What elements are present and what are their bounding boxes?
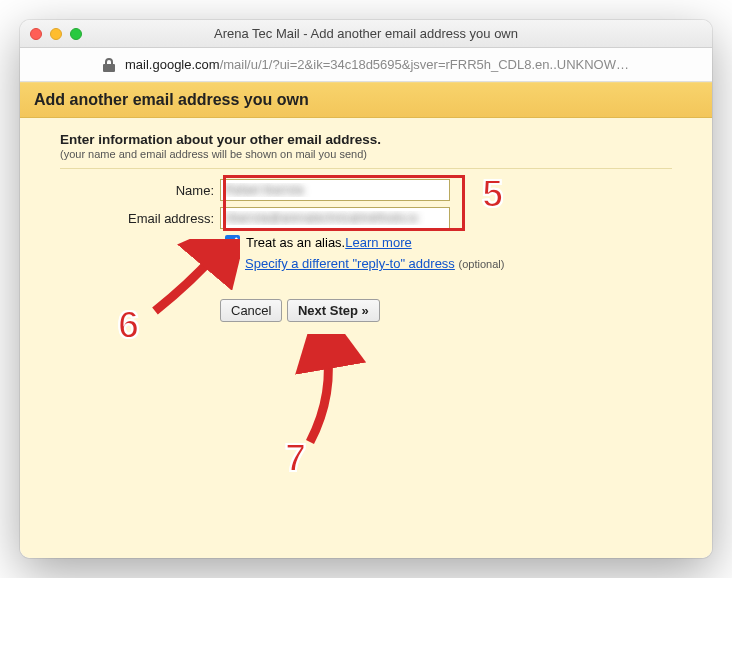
email-row: Email address:	[60, 207, 672, 229]
page-title: Add another email address you own	[34, 91, 698, 109]
divider	[60, 168, 672, 169]
name-row: Name:	[60, 179, 672, 201]
close-icon[interactable]	[30, 28, 42, 40]
url-text: mail.google.com/mail/u/1/?ui=2&ik=34c18d…	[125, 57, 629, 72]
url-bar: mail.google.com/mail/u/1/?ui=2&ik=34c18d…	[20, 48, 712, 82]
alias-row: Treat as an alias. Learn more	[225, 235, 672, 250]
button-row: Cancel Next Step »	[220, 299, 672, 322]
name-label: Name:	[60, 183, 220, 198]
reply-to-row: Specify a different "reply-to" address (…	[245, 256, 672, 271]
next-step-button[interactable]: Next Step »	[287, 299, 380, 322]
arrow-7	[290, 334, 370, 454]
cancel-button[interactable]: Cancel	[220, 299, 282, 322]
intro-title: Enter information about your other email…	[60, 132, 672, 147]
page-body: Enter information about your other email…	[20, 118, 712, 558]
titlebar: Arena Tec Mail - Add another email addre…	[20, 20, 712, 48]
learn-more-link[interactable]: Learn more	[345, 235, 411, 250]
email-input[interactable]	[220, 207, 450, 229]
maximize-icon[interactable]	[70, 28, 82, 40]
optional-label: (optional)	[459, 258, 505, 270]
minimize-icon[interactable]	[50, 28, 62, 40]
annotation-6: 6	[118, 304, 139, 347]
name-input[interactable]	[220, 179, 450, 201]
reply-to-link[interactable]: Specify a different "reply-to" address	[245, 256, 455, 271]
alias-label: Treat as an alias.	[246, 235, 345, 250]
annotation-7: 7	[285, 437, 306, 480]
page-header: Add another email address you own	[20, 82, 712, 118]
email-label: Email address:	[60, 211, 220, 226]
form-area: Name: Email address: Treat as an alias. …	[60, 179, 672, 322]
traffic-lights	[30, 28, 82, 40]
intro-sub: (your name and email address will be sho…	[60, 148, 672, 160]
alias-checkbox[interactable]	[225, 235, 240, 250]
lock-icon	[103, 58, 115, 72]
browser-window: Arena Tec Mail - Add another email addre…	[20, 20, 712, 558]
window-title: Arena Tec Mail - Add another email addre…	[20, 26, 712, 41]
